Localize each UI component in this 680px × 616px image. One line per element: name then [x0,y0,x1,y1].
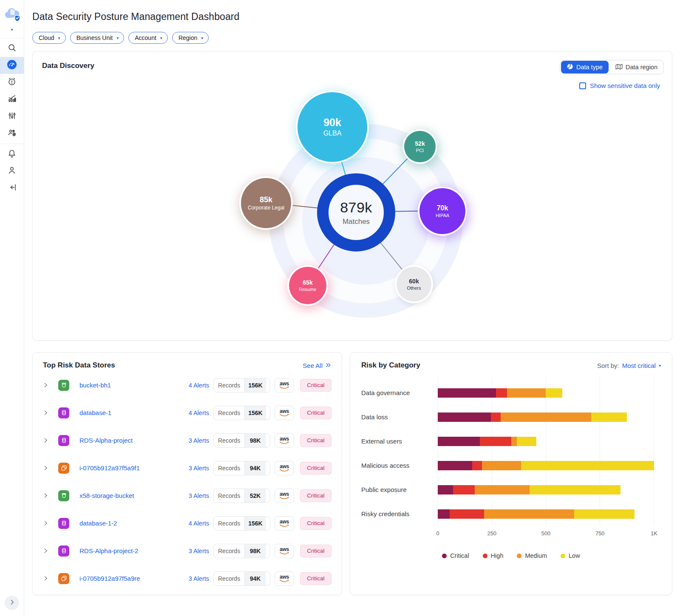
data-store-link[interactable]: x58-storage-bucket [79,492,170,499]
bar-segment-critical [438,509,450,519]
bar-segment-high [453,485,475,494]
filter-account[interactable]: Account▾ [128,32,168,44]
data-store-link[interactable]: i-0705b912a97f5a9re [79,575,170,582]
expand-row-button[interactable] [43,382,54,388]
sidebar: ▾ [0,0,24,616]
data-store-link[interactable]: bucket-bh1 [79,381,170,389]
bubble-value: 85k [260,195,272,204]
records-chip: Records156K [213,406,270,420]
bubble-value: 60k [409,278,419,285]
axis-tick-label: 1K [651,530,657,537]
alerts-link[interactable]: 4 Alerts [189,410,209,416]
bubble-glba[interactable]: 90kGLBA [298,92,367,162]
chart-legend: CriticalHighMediumLow [361,552,661,559]
bubble-others[interactable]: 60kOthers [397,267,431,302]
data-store-link[interactable]: RDS-Alpha-project-2 [79,547,170,554]
bar-segment-medium [484,509,574,519]
bubble-value: 70k [437,204,448,212]
sidebar-item-notifications[interactable] [0,146,24,163]
bubble-value: 52k [415,140,425,147]
expand-row-button[interactable] [43,548,54,554]
chevron-down-icon: ▾ [116,36,119,40]
total-matches-label: Matches [343,218,370,226]
sidebar-item-search[interactable] [0,40,24,57]
sort-by-dropdown[interactable]: Sort by: Most critical ▾ [597,362,661,369]
filter-cloud[interactable]: Cloud▾ [32,32,66,44]
bubble-resume[interactable]: 65kResume [289,267,326,304]
sidebar-expand-button[interactable] [5,596,19,610]
severity-badge: Critical [300,462,332,475]
see-all-link[interactable]: See All [303,362,332,369]
app-logo-icon [3,5,20,25]
filters-icon [8,111,17,122]
data-store-link[interactable]: database-1-2 [79,520,170,527]
category-label: Data governance [361,389,438,396]
alerts-link[interactable]: 4 Alerts [189,520,209,527]
sidebar-item-logout[interactable] [0,180,24,197]
data-store-link[interactable]: database-1 [79,409,170,416]
alerts-link[interactable]: 3 Alerts [189,465,209,472]
bar-segment-medium [482,461,521,470]
bubble-corporate-legal[interactable]: 85kCorporate Legal [241,178,291,228]
sidebar-item-dashboard[interactable] [0,57,24,74]
expand-row-button[interactable] [43,438,54,443]
filter-row: Cloud▾Business Unit▾Account▾Region▾ [32,32,672,44]
bubble-value: 65k [303,279,312,286]
data-store-link[interactable]: RDS-Alpha-project [79,437,170,444]
org-switcher-caret[interactable]: ▾ [11,27,13,32]
records-label: Records [214,434,244,447]
top-risk-data-stores-panel: Top Risk Data Stores See All bucket-bh14… [32,352,342,595]
bubble-pci[interactable]: 52kPCI [404,131,436,162]
stacked-bar [438,509,654,519]
expand-row-button[interactable] [43,465,54,471]
legend-dot [442,554,447,558]
records-chip: Records156K [213,378,270,393]
see-all-label: See All [303,362,323,369]
alerts-link[interactable]: 3 Alerts [189,437,209,444]
sidebar-item-user-management[interactable] [0,125,24,142]
dashboard-icon [7,59,17,71]
alerts-link[interactable]: 3 Alerts [189,492,209,499]
axis-tick-label: 500 [541,530,551,537]
legend-dot [483,554,487,558]
panel-title: Risk by Category [361,361,420,370]
alerts-link[interactable]: 3 Alerts [189,575,209,582]
user-management-icon [7,128,17,139]
sidebar-item-filters[interactable] [0,108,24,125]
alerts-link[interactable]: 3 Alerts [189,548,209,554]
alerts-link[interactable]: 4 Alerts [189,382,209,389]
records-chip: Records156K [213,516,270,531]
risk-category-row: Risky credentials [361,502,661,526]
risk-category-row: Public exposure [361,478,661,502]
bubble-hipaa[interactable]: 70kHIPAA [419,188,465,234]
data-store-link[interactable]: i-0705b912a97f5a9f1 [79,464,170,472]
bubble-label: GLBA [323,130,342,137]
severity-badge: Critical [300,517,332,530]
stacked-bar [438,413,654,422]
bar-segment-medium [475,485,530,494]
filter-business-unit[interactable]: Business Unit▾ [70,32,125,44]
aws-provider-icon: aws [275,544,294,558]
legend-dot [517,554,521,558]
expand-row-button[interactable] [43,410,54,415]
sidebar-item-analytics[interactable] [0,91,24,108]
expand-row-button[interactable] [43,520,54,526]
alerts-icon [7,77,17,88]
sidebar-item-profile[interactable] [0,163,24,180]
bucket-icon [58,380,69,391]
expand-row-button[interactable] [43,493,54,498]
sidebar-item-alerts[interactable] [0,74,24,91]
category-label: Malicious access [361,462,438,469]
data-store-row: RDS-Alpha-project-23 AlertsRecords98Kaws… [43,537,332,565]
filter-region[interactable]: Region▾ [172,32,209,44]
records-chip: Records52K [213,489,270,503]
page-title: Data Security Posture Management Dashboa… [32,11,672,23]
bubble-label: PCI [416,148,424,153]
bubble-value: 90k [323,116,341,129]
legend-item-critical: Critical [442,552,469,559]
bar-segment-low [574,509,635,519]
expand-row-button[interactable] [43,576,54,581]
risk-category-row: Malicious access [361,453,661,478]
records-label: Records [214,406,244,420]
profile-icon [7,166,17,177]
